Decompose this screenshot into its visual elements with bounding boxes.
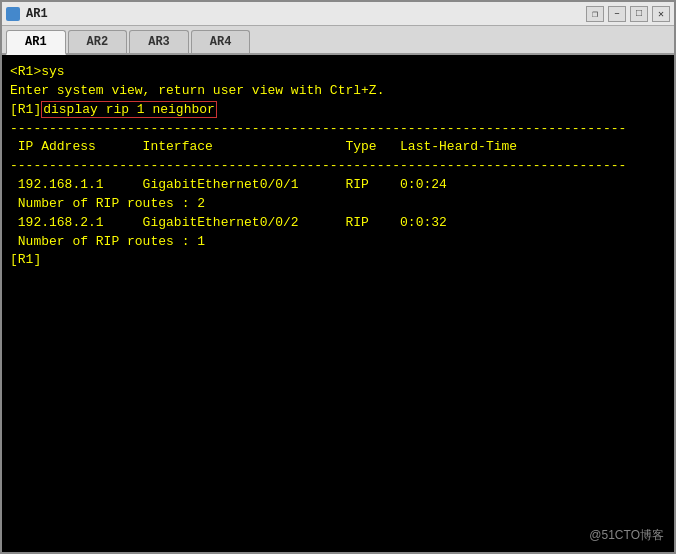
maximize-button[interactable]: □ xyxy=(630,6,648,22)
tab-ar1[interactable]: AR1 xyxy=(6,30,66,55)
line-separator-2: ----------------------------------------… xyxy=(10,158,626,173)
line-data-4: Number of RIP routes : 1 xyxy=(10,234,205,249)
terminal-area[interactable]: <R1>sys Enter system view, return user v… xyxy=(2,55,674,552)
title-bar-left: AR1 xyxy=(6,7,48,21)
watermark: @51CTO博客 xyxy=(589,527,664,544)
line-data-2: Number of RIP routes : 2 xyxy=(10,196,205,211)
line-prompt-end: [R1] xyxy=(10,252,41,267)
title-bar: AR1 ❐ – □ ✕ xyxy=(2,2,674,26)
tab-ar2[interactable]: AR2 xyxy=(68,30,128,53)
tab-ar4[interactable]: AR4 xyxy=(191,30,251,53)
tab-ar3[interactable]: AR3 xyxy=(129,30,189,53)
line-data-3: 192.168.2.1 GigabitEthernet0/0/2 RIP 0:0… xyxy=(10,215,447,230)
minimize-button[interactable]: – xyxy=(608,6,626,22)
window-title: AR1 xyxy=(26,7,48,21)
line-data-1: 192.168.1.1 GigabitEthernet0/0/1 RIP 0:0… xyxy=(10,177,447,192)
line-1: <R1>sys xyxy=(10,64,65,79)
restore-button[interactable]: ❐ xyxy=(586,6,604,22)
title-controls: ❐ – □ ✕ xyxy=(586,6,670,22)
tabs-bar: AR1 AR2 AR3 AR4 xyxy=(2,26,674,55)
app-icon xyxy=(6,7,20,21)
main-window: AR1 ❐ – □ ✕ AR1 AR2 AR3 AR4 <R1>sys Ente… xyxy=(0,0,676,554)
line-header: IP Address Interface Type Last-Heard-Tim… xyxy=(10,139,517,154)
terminal-content: <R1>sys Enter system view, return user v… xyxy=(10,63,666,270)
line-2: Enter system view, return user view with… xyxy=(10,83,384,98)
close-button[interactable]: ✕ xyxy=(652,6,670,22)
line-3: [R1]display rip 1 neighbor xyxy=(10,101,217,118)
line-separator-1: ----------------------------------------… xyxy=(10,121,626,136)
